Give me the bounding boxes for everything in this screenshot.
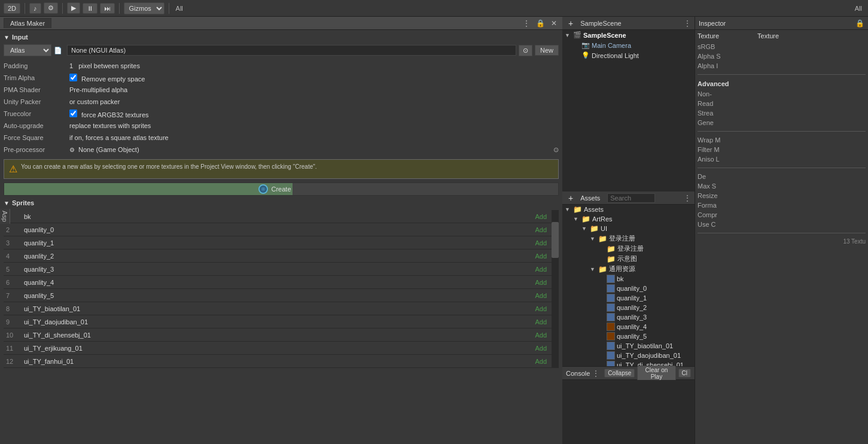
artres-item[interactable]: ▼ 📁 ArtRes [562,214,695,224]
panel-lock-btn[interactable]: 🔒 [534,19,547,28]
preprocessor-value: ⚙ None (Game Object) ⊙ [69,146,559,154]
assets-title: Assets [580,194,600,202]
trim-alpha-value: Remove empty space [69,74,559,83]
texture-arrow [598,276,607,282]
texture-arrow [598,324,607,330]
texture-item[interactable]: bk [562,274,695,284]
panel-close-btn[interactable]: ✕ [549,19,559,28]
top-toolbar: 2D ♪ ⚙ ▶ ⏸ ⏭ Gizmos All All [0,0,868,17]
sprite-num: 3 [6,239,24,247]
texture-item[interactable]: quanlity_4 [562,322,695,332]
assets-add-btn[interactable]: + [566,194,575,202]
texture-item[interactable]: quanlity_5 [562,332,695,341]
atlas-field-input[interactable] [67,45,516,56]
sprite-add-btn[interactable]: Add [532,226,549,233]
sprite-add-btn[interactable]: Add [532,213,549,220]
sprite-name: quanlity_1 [24,239,532,247]
sprite-num: 9 [6,318,24,326]
login-item1[interactable]: ▼ 📁 登录注册 [562,233,695,244]
assets-search-input[interactable] [607,193,655,203]
schematic-item[interactable]: 📁 示意图 [562,254,695,264]
sprite-scrollbar[interactable] [552,210,559,368]
sprite-add-btn[interactable]: Add [532,292,549,299]
texture-item[interactable]: quanlity_2 [562,303,695,312]
atlas-maker-tab[interactable]: Atlas Maker [4,18,51,28]
collapse-btn[interactable]: Collapse [604,369,635,378]
pause-btn[interactable]: ⏸ [83,3,98,14]
panel-menu-btn[interactable]: ⋮ [521,19,532,28]
truecolor-value: force ARGB32 textures [69,110,559,118]
hierarchy-menu-btn[interactable]: ⋮ [684,19,691,28]
texture-name: quanlity_3 [617,314,647,321]
cl-btn[interactable]: Cl [678,369,691,378]
sprite-num: 12 [6,358,24,365]
hierarchy-title: SampleScene [580,20,622,27]
step-btn[interactable]: ⏭ [100,3,115,14]
sprite-row: 11 ui_TY_erjikuang_01 Add [4,342,552,355]
ui-item[interactable]: ▼ 📁 UI [562,224,695,233]
assets-root-item[interactable]: ▼ 📁 Assets [562,205,695,214]
sprite-add-btn[interactable]: Add [532,358,549,365]
hierarchy-body: ▼ 🎬 SampleScene 📷 Main Camera 💡 Directio… [562,30,695,191]
sprite-add-btn[interactable]: Add [532,345,549,352]
sprite-num: 10 [6,332,24,339]
advanced-header[interactable]: Advanced [698,78,866,89]
sound-btn[interactable]: ♪ [29,3,41,14]
console-menu-btn[interactable]: ⋮ [592,369,599,378]
artres-label: ArtRes [592,215,613,223]
sprite-add-btn[interactable]: Add [532,266,549,273]
panel-controls: ⋮ 🔒 ✕ [521,19,559,28]
login-item2[interactable]: 📁 登录注册 [562,244,695,254]
alpha-i-label: Alpha I [698,62,718,69]
sprite-add-btn[interactable]: Add [532,332,549,339]
all-label: All [173,5,185,12]
sprite-add-btn[interactable]: Add [532,305,549,312]
texture-item[interactable]: ui_TY_biaotilan_01 [562,341,695,351]
texture-item[interactable]: ui_TY_daojudiban_01 [562,351,695,360]
resize-row: Resize [698,191,866,200]
light-label: Directional Light [592,52,639,59]
texture-item[interactable]: quanlity_1 [562,293,695,303]
atlas-new-btn[interactable]: New [535,45,559,56]
force-square-label: Force Square [4,134,69,141]
2d-mode-btn[interactable]: 2D [4,3,20,14]
de-label: De [698,173,706,180]
directional-light-item[interactable]: 💡 Directional Light [562,50,695,60]
sprite-add-btn[interactable]: Add [532,253,549,260]
sprite-add-btn[interactable]: Add [532,318,549,326]
truecolor-checkbox[interactable] [69,110,77,117]
sprite-list-container: 1 bk Add 2 quanlity_0 Add 3 quanlity_1 A… [4,210,559,368]
sprite-name: ui_TY_daojudiban_01 [24,318,532,326]
general-item[interactable]: ▼ 📁 通用资源 [562,264,695,274]
texture-item[interactable]: quanlity_3 [562,312,695,322]
play-btn[interactable]: ▶ [67,2,80,14]
scene-root-item[interactable]: ▼ 🎬 SampleScene [562,30,695,40]
sprite-name: ui_TY_di_shensebj_01 [24,332,532,339]
texture-label1: Texture [698,32,719,39]
alpha-s-row: Alpha S [698,51,866,61]
sprite-row: 12 ui_TY_fanhui_01 Add [4,355,552,368]
clear-on-play-btn[interactable]: Clear on Play [637,366,675,381]
inspector-lock-btn[interactable]: 🔒 [855,19,864,28]
preprocessor-search-btn[interactable]: ⊙ [553,146,559,154]
assets-menu-btn[interactable]: ⋮ [684,194,691,202]
warning-icon: ⚠ [9,163,17,175]
texture-item[interactable]: quanlity_0 [562,284,695,293]
main-camera-item[interactable]: 📷 Main Camera [562,40,695,50]
hierarchy-add-btn[interactable]: + [566,19,575,28]
atlas-type-dropdown[interactable]: Atlas [4,44,51,56]
texture-arrow [598,285,607,291]
trim-alpha-checkbox[interactable] [69,74,77,81]
create-btn-label[interactable]: Create [271,185,291,193]
settings-btn[interactable]: ⚙ [44,2,58,14]
sprite-add-btn[interactable]: Add [532,279,549,286]
inspector-panel: Inspector 🔒 Texture Texture sRGB Alpha S [695,17,868,444]
gizmos-dropdown[interactable]: Gizmos [124,2,165,14]
texture-color-box [607,313,615,321]
console-section: Console ⋮ Collapse Clear on Play Cl [562,366,695,444]
sprite-add-btn[interactable]: Add [532,239,549,247]
sprite-row: 6 quanlity_4 Add [4,276,552,289]
texture-labels-row: Texture Texture [698,32,866,39]
atlas-search-btn[interactable]: ⊙ [519,45,532,56]
texture-name: ui_TY_biaotilan_01 [617,342,673,349]
